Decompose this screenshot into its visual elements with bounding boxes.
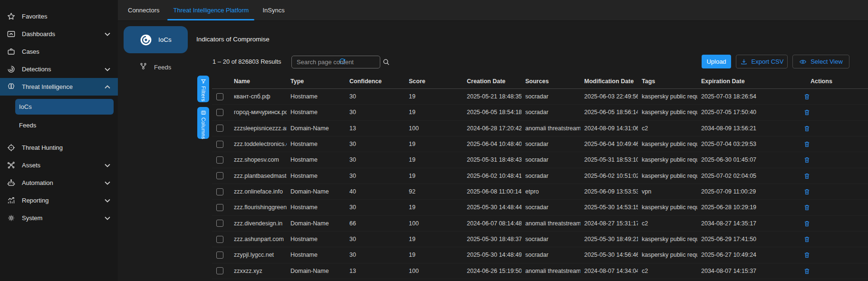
row-checkbox[interactable]: [216, 204, 223, 211]
cell-creation-date: 2025-05-21 18:48:35: [463, 93, 521, 100]
sidebar-item-cases[interactable]: Cases: [0, 43, 118, 60]
delete-icon[interactable]: [803, 235, 810, 243]
cell-sources: anomali threatstream: [521, 220, 580, 227]
sidebar-item-favorites[interactable]: Favorites: [0, 8, 118, 25]
cell-expiration-date: 2025-06-30 01:45:07: [697, 156, 789, 163]
delete-icon[interactable]: [803, 188, 810, 195]
row-checkbox[interactable]: [216, 252, 223, 259]
delete-icon[interactable]: [803, 220, 810, 227]
delete-icon[interactable]: [803, 125, 810, 132]
sidebar-item-threat-hunting[interactable]: Threat Hunting: [0, 139, 118, 156]
table-row[interactable]: zzz.onlineface.info Domain-Name 40 92 20…: [212, 184, 868, 200]
cell-tags: kaspersky public requ: [638, 156, 697, 163]
cell-modification-date: 2025-06-09 13:53:53: [580, 188, 638, 195]
cell-type: Domain-Name: [287, 268, 346, 274]
columns-icon: [201, 110, 206, 116]
filters-label: Filters: [201, 86, 206, 102]
row-checkbox[interactable]: [216, 109, 223, 116]
cell-modification-date: 2025-05-30 18:49:21: [580, 236, 638, 242]
row-checkbox[interactable]: [216, 125, 223, 132]
cell-type: Hostname: [287, 236, 346, 242]
table-row[interactable]: город-мичуринск.рф Hostname 30 19 2025-0…: [212, 105, 868, 120]
table-row[interactable]: zzz.divendesign.in Domain-Name 66 100 20…: [212, 216, 868, 232]
cell-name: zzz.flourishinggreens: [230, 204, 287, 211]
table-row[interactable]: zzz.plantbasedmaste Hostname 30 19 2025-…: [212, 168, 868, 184]
table-row[interactable]: квант-спб.рф Hostname 30 19 2025-05-21 1…: [212, 89, 868, 105]
select-view-button[interactable]: Select View: [792, 55, 849, 68]
row-checkbox[interactable]: [216, 172, 223, 179]
sidebar-subitem-feeds[interactable]: Feeds: [15, 117, 114, 133]
cell-score: 19: [405, 236, 463, 242]
upload-button[interactable]: Upload: [702, 55, 731, 68]
column-header-actions: Actions: [789, 78, 868, 85]
table-row[interactable]: zzypjl.lygcc.net Hostname 30 19 2025-05-…: [212, 247, 868, 263]
row-checkbox[interactable]: [216, 267, 223, 274]
delete-icon[interactable]: [803, 267, 810, 275]
gear-icon: [7, 213, 16, 223]
columns-button[interactable]: Columns: [197, 107, 209, 139]
delete-icon[interactable]: [803, 251, 810, 259]
table-row[interactable]: zzxxzz.xyz Domain-Name 13 100 2024-06-26…: [212, 263, 868, 279]
delete-icon[interactable]: [803, 203, 810, 211]
cell-confidence: 66: [346, 220, 405, 227]
upload-label: Upload: [706, 58, 726, 65]
search-input[interactable]: [292, 58, 382, 66]
row-checkbox[interactable]: [216, 220, 223, 227]
row-checkbox[interactable]: [216, 93, 223, 100]
cell-confidence: 30: [346, 141, 405, 147]
row-checkbox[interactable]: [216, 156, 223, 164]
cell-score: 100: [405, 125, 463, 132]
cell-expiration-date: 2025-07-02 02:04:05: [697, 173, 789, 179]
sidebar-item-label: Cases: [22, 48, 39, 55]
cell-creation-date: 2025-06-05 18:54:18: [463, 109, 521, 116]
sidebar-item-threat-intelligence[interactable]: Threat Intelligence: [0, 78, 118, 96]
cell-expiration-date: 2034-08-07 14:15:37: [697, 268, 789, 274]
cell-name: zzz.toddelectronics.c: [230, 141, 287, 147]
sidebar-item-assets[interactable]: Assets: [0, 156, 118, 174]
sidebar-item-automation[interactable]: Automation: [0, 174, 118, 192]
feeds-icon: [139, 62, 148, 72]
table-row[interactable]: zzz.shopesv.com Hostname 30 19 2025-05-3…: [212, 152, 868, 168]
cell-name: zzxxzz.xyz: [230, 268, 287, 274]
delete-icon[interactable]: [803, 140, 810, 148]
chevron-down-icon: [105, 164, 110, 167]
robot-icon: [7, 178, 16, 187]
tab-threat-intelligence-platform[interactable]: Threat Intelligence Platform: [167, 0, 254, 20]
table-row[interactable]: zzzsleepisnicezzz.ar Domain-Name 13 100 …: [212, 121, 868, 136]
cell-name: zzz.plantbasedmaste: [230, 173, 287, 179]
delete-icon[interactable]: [803, 156, 810, 164]
table-row[interactable]: zzz.flourishinggreens Hostname 30 19 202…: [212, 200, 868, 215]
sidebar-item-system[interactable]: System: [0, 209, 118, 227]
cell-expiration-date: 2025-06-29 17:41:50: [697, 236, 789, 242]
subnav-feeds-button[interactable]: Feeds: [139, 62, 171, 72]
cell-creation-date: 2025-05-30 18:48:37: [463, 236, 521, 242]
cell-creation-date: 2024-06-28 17:20:42: [463, 125, 521, 132]
row-checkbox[interactable]: [216, 236, 223, 243]
delete-icon[interactable]: [803, 93, 810, 100]
tab-label: Threat Intelligence Platform: [173, 7, 249, 14]
chevron-down-icon: [105, 32, 110, 36]
filters-button[interactable]: Filters: [197, 76, 209, 102]
sidebar-subitem-label: IoCs: [19, 103, 32, 110]
cell-modification-date: 2025-06-03 22:49:56: [580, 93, 638, 100]
subnav-iocs-button[interactable]: IoCs: [124, 26, 188, 53]
cell-confidence: 40: [346, 188, 405, 195]
row-checkbox[interactable]: [216, 141, 223, 148]
export-csv-button[interactable]: Export CSV: [736, 55, 788, 68]
cell-tags: kaspersky public requ: [638, 141, 697, 147]
delete-icon[interactable]: [803, 108, 810, 116]
tab-insyncs[interactable]: InSyncs: [257, 0, 290, 20]
cell-sources: anomali threatstream: [521, 125, 580, 132]
network-icon: [7, 161, 16, 170]
search-icon[interactable]: [382, 58, 390, 66]
sidebar-item-detections[interactable]: Detections: [0, 60, 118, 78]
delete-icon[interactable]: [803, 172, 810, 180]
cell-modification-date: 2024-08-27 15:31:17: [580, 220, 638, 227]
sidebar-item-reporting[interactable]: Reporting: [0, 192, 118, 209]
table-row[interactable]: zzz.toddelectronics.c Hostname 30 19 202…: [212, 136, 868, 152]
row-checkbox[interactable]: [216, 188, 223, 195]
sidebar-subitem-iocs[interactable]: IoCs: [15, 99, 114, 115]
tab-connectors[interactable]: Connectors: [122, 0, 165, 20]
table-row[interactable]: zzz.ashunpart.com Hostname 30 19 2025-05…: [212, 232, 868, 247]
sidebar-item-dashboards[interactable]: Dashboards: [0, 25, 118, 43]
